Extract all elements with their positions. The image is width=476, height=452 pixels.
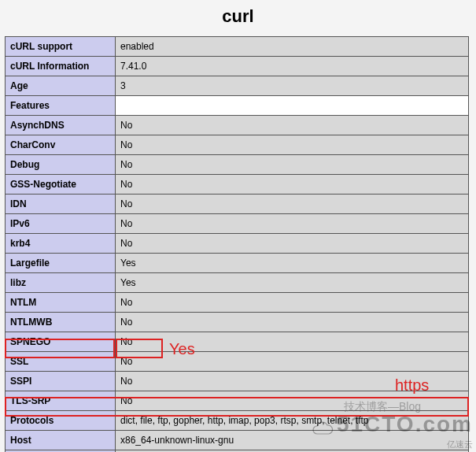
row-value: 7.41.0 — [116, 57, 469, 76]
row-value: Yes — [116, 254, 469, 273]
row-label: libz — [6, 273, 116, 293]
section-title: curl — [0, 0, 476, 36]
row-label: cURL support — [6, 37, 116, 57]
info-table: cURL supportenabledcURL Information7.41.… — [5, 36, 469, 452]
row-value: enabled — [116, 37, 469, 57]
row-label: NTLMWB — [6, 313, 116, 332]
row-value: No — [116, 116, 469, 135]
table-row: LargefileYes — [6, 254, 469, 273]
table-row: DebugNo — [6, 155, 469, 175]
table-row: GSS-NegotiateNo — [6, 175, 469, 195]
row-value: No — [116, 332, 469, 352]
table-row: cURL supportenabled — [6, 37, 469, 57]
row-label: cURL Information — [6, 57, 116, 76]
table-row: Protocolsdict, file, ftp, gopher, http, … — [6, 411, 469, 431]
table-row: AsynchDNSNo — [6, 116, 469, 135]
row-label: Host — [6, 431, 116, 450]
table-row: IPv6No — [6, 214, 469, 234]
row-label: CharConv — [6, 135, 116, 155]
row-label: SSPI — [6, 372, 116, 391]
row-label: krb4 — [6, 234, 116, 254]
row-value: No — [116, 293, 469, 313]
row-value: No — [116, 352, 469, 372]
row-label: Age — [6, 76, 116, 96]
row-label: SPNEGO — [6, 332, 116, 352]
row-label: SSL — [6, 352, 116, 372]
table-row: Hostx86_64-unknown-linux-gnu — [6, 431, 469, 450]
row-label: GSS-Negotiate — [6, 175, 116, 195]
row-value: No — [116, 234, 469, 254]
table-row: SPNEGONo — [6, 332, 469, 352]
table-row: libzYes — [6, 273, 469, 293]
row-value: No — [116, 155, 469, 175]
row-label: Debug — [6, 155, 116, 175]
row-label: TLS-SRP — [6, 391, 116, 411]
row-value: No — [116, 214, 469, 234]
row-value: 3 — [116, 76, 469, 96]
row-value: No — [116, 372, 469, 391]
table-row: cURL Information7.41.0 — [6, 57, 469, 76]
row-value: Yes — [116, 273, 469, 293]
row-value: No — [116, 391, 469, 411]
table-row: Age3 — [6, 76, 469, 96]
row-value: No — [116, 195, 469, 214]
row-value: x86_64-unknown-linux-gnu — [116, 431, 469, 450]
table-row: IDNNo — [6, 195, 469, 214]
table-row: krb4No — [6, 234, 469, 254]
row-value: dict, file, ftp, gopher, http, imap, pop… — [116, 411, 469, 431]
row-value: No — [116, 313, 469, 332]
row-label: NTLM — [6, 293, 116, 313]
table-row: NTLMWBNo — [6, 313, 469, 332]
row-label: IDN — [6, 195, 116, 214]
table-row: SSPINo — [6, 372, 469, 391]
row-label: IPv6 — [6, 214, 116, 234]
row-value: No — [116, 175, 469, 195]
table-row: SSLNo — [6, 352, 469, 372]
table-row: TLS-SRPNo — [6, 391, 469, 411]
table-row: NTLMNo — [6, 293, 469, 313]
table-row: Features — [6, 96, 469, 116]
row-label: AsynchDNS — [6, 116, 116, 135]
table-row: CharConvNo — [6, 135, 469, 155]
row-value: No — [116, 135, 469, 155]
row-label: Features — [6, 96, 116, 116]
row-label: Protocols — [6, 411, 116, 431]
row-value — [116, 96, 469, 116]
row-label: Largefile — [6, 254, 116, 273]
